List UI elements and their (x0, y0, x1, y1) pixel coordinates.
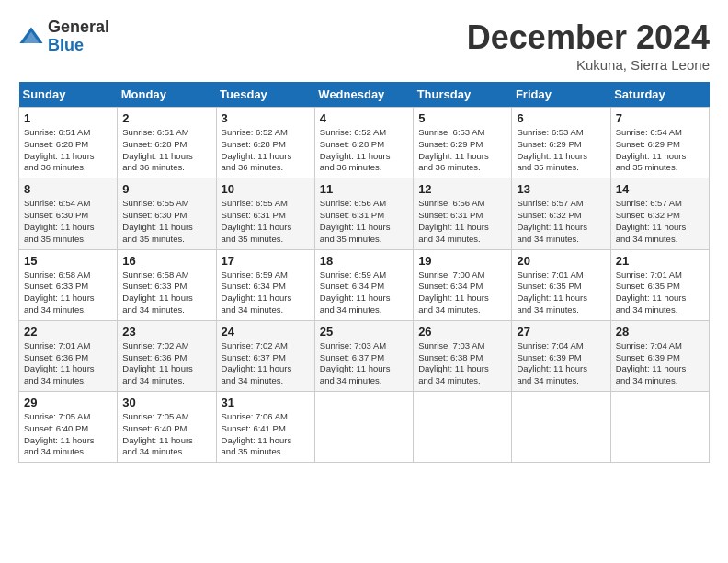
calendar-cell: 23Sunrise: 7:02 AMSunset: 6:36 PMDayligh… (118, 320, 216, 391)
day-detail: Sunrise: 6:54 AMSunset: 6:29 PMDaylight:… (616, 127, 704, 174)
day-number: 27 (517, 325, 605, 339)
day-number: 31 (222, 396, 310, 409)
day-detail: Sunrise: 6:57 AMSunset: 6:32 PMDaylight:… (616, 198, 704, 245)
day-number: 3 (222, 111, 310, 125)
calendar-cell: 31Sunrise: 7:06 AMSunset: 6:41 PMDayligh… (216, 392, 314, 463)
header-thursday: Thursday (414, 82, 512, 108)
calendar-cell: 9Sunrise: 6:55 AMSunset: 6:30 PMDaylight… (118, 178, 216, 249)
day-number: 9 (122, 182, 210, 196)
calendar-cell: 18Sunrise: 6:59 AMSunset: 6:34 PMDayligh… (314, 249, 413, 320)
day-number: 28 (616, 325, 704, 339)
day-number: 14 (616, 182, 704, 196)
calendar-cell: 13Sunrise: 6:57 AMSunset: 6:32 PMDayligh… (512, 178, 610, 249)
calendar-cell (512, 392, 610, 463)
calendar-cell: 25Sunrise: 7:03 AMSunset: 6:37 PMDayligh… (314, 320, 413, 391)
calendar-cell: 14Sunrise: 6:57 AMSunset: 6:32 PMDayligh… (610, 178, 709, 249)
day-detail: Sunrise: 7:03 AMSunset: 6:37 PMDaylight:… (320, 340, 408, 387)
day-detail: Sunrise: 7:02 AMSunset: 6:37 PMDaylight:… (222, 340, 310, 387)
title-block: December 2024 Kukuna, Sierra Leone (467, 18, 710, 73)
calendar-cell (314, 392, 413, 463)
location: Kukuna, Sierra Leone (467, 57, 710, 73)
logo-icon (18, 24, 44, 50)
calendar-cell: 5Sunrise: 6:53 AMSunset: 6:29 PMDaylight… (414, 108, 512, 178)
calendar-header-row: SundayMondayTuesdayWednesdayThursdayFrid… (19, 82, 710, 108)
calendar-cell (414, 392, 512, 463)
day-detail: Sunrise: 6:52 AMSunset: 6:28 PMDaylight:… (222, 127, 310, 174)
header-monday: Monday (118, 82, 216, 108)
day-number: 2 (122, 111, 210, 125)
calendar-week-1: 1Sunrise: 6:51 AMSunset: 6:28 PMDaylight… (19, 108, 710, 178)
day-detail: Sunrise: 6:51 AMSunset: 6:28 PMDaylight:… (122, 127, 210, 174)
day-number: 18 (320, 254, 408, 268)
day-detail: Sunrise: 6:56 AMSunset: 6:31 PMDaylight:… (320, 198, 408, 245)
day-number: 11 (320, 182, 408, 196)
day-number: 5 (418, 111, 506, 125)
header-sunday: Sunday (19, 82, 118, 108)
calendar-cell: 2Sunrise: 6:51 AMSunset: 6:28 PMDaylight… (118, 108, 216, 178)
calendar-table: SundayMondayTuesdayWednesdayThursdayFrid… (18, 82, 710, 463)
day-detail: Sunrise: 7:00 AMSunset: 6:34 PMDaylight:… (418, 270, 506, 316)
calendar-cell: 1Sunrise: 6:51 AMSunset: 6:28 PMDaylight… (19, 108, 118, 178)
calendar-cell: 28Sunrise: 7:04 AMSunset: 6:39 PMDayligh… (610, 320, 709, 391)
calendar-week-3: 15Sunrise: 6:58 AMSunset: 6:33 PMDayligh… (19, 249, 710, 320)
day-detail: Sunrise: 7:03 AMSunset: 6:38 PMDaylight:… (418, 340, 506, 387)
calendar-cell: 29Sunrise: 7:05 AMSunset: 6:40 PMDayligh… (19, 392, 118, 463)
logo-blue: Blue (48, 37, 109, 55)
calendar-cell: 21Sunrise: 7:01 AMSunset: 6:35 PMDayligh… (610, 249, 709, 320)
day-number: 26 (418, 325, 506, 339)
day-detail: Sunrise: 6:56 AMSunset: 6:31 PMDaylight:… (418, 198, 506, 245)
day-detail: Sunrise: 6:51 AMSunset: 6:28 PMDaylight:… (24, 127, 112, 174)
day-number: 7 (616, 111, 704, 125)
day-detail: Sunrise: 7:04 AMSunset: 6:39 PMDaylight:… (616, 340, 704, 387)
calendar-cell: 19Sunrise: 7:00 AMSunset: 6:34 PMDayligh… (414, 249, 512, 320)
day-number: 12 (418, 182, 506, 196)
calendar-week-2: 8Sunrise: 6:54 AMSunset: 6:30 PMDaylight… (19, 178, 710, 249)
header-friday: Friday (512, 82, 610, 108)
month-title: December 2024 (467, 18, 710, 57)
day-detail: Sunrise: 6:54 AMSunset: 6:30 PMDaylight:… (24, 198, 112, 245)
day-number: 4 (320, 111, 408, 125)
day-detail: Sunrise: 7:01 AMSunset: 6:36 PMDaylight:… (24, 340, 112, 387)
calendar-week-5: 29Sunrise: 7:05 AMSunset: 6:40 PMDayligh… (19, 392, 710, 463)
header-tuesday: Tuesday (216, 82, 314, 108)
day-detail: Sunrise: 6:52 AMSunset: 6:28 PMDaylight:… (320, 127, 408, 174)
calendar-cell: 20Sunrise: 7:01 AMSunset: 6:35 PMDayligh… (512, 249, 610, 320)
calendar-cell: 30Sunrise: 7:05 AMSunset: 6:40 PMDayligh… (118, 392, 216, 463)
day-detail: Sunrise: 6:58 AMSunset: 6:33 PMDaylight:… (24, 270, 112, 316)
calendar-cell: 3Sunrise: 6:52 AMSunset: 6:28 PMDaylight… (216, 108, 314, 178)
calendar-cell: 27Sunrise: 7:04 AMSunset: 6:39 PMDayligh… (512, 320, 610, 391)
day-detail: Sunrise: 6:55 AMSunset: 6:31 PMDaylight:… (222, 198, 310, 245)
day-detail: Sunrise: 6:58 AMSunset: 6:33 PMDaylight:… (122, 270, 210, 316)
calendar-cell: 17Sunrise: 6:59 AMSunset: 6:34 PMDayligh… (216, 249, 314, 320)
day-number: 19 (418, 254, 506, 268)
calendar-cell: 16Sunrise: 6:58 AMSunset: 6:33 PMDayligh… (118, 249, 216, 320)
page-header: General Blue December 2024 Kukuna, Sierr… (18, 18, 710, 73)
day-number: 13 (517, 182, 605, 196)
day-number: 20 (517, 254, 605, 268)
calendar-cell: 26Sunrise: 7:03 AMSunset: 6:38 PMDayligh… (414, 320, 512, 391)
calendar-cell: 6Sunrise: 6:53 AMSunset: 6:29 PMDaylight… (512, 108, 610, 178)
calendar-cell: 24Sunrise: 7:02 AMSunset: 6:37 PMDayligh… (216, 320, 314, 391)
day-number: 1 (24, 111, 112, 125)
day-number: 25 (320, 325, 408, 339)
day-detail: Sunrise: 6:53 AMSunset: 6:29 PMDaylight:… (418, 127, 506, 174)
calendar-cell: 7Sunrise: 6:54 AMSunset: 6:29 PMDaylight… (610, 108, 709, 178)
calendar-cell: 11Sunrise: 6:56 AMSunset: 6:31 PMDayligh… (314, 178, 413, 249)
day-number: 23 (122, 325, 210, 339)
day-number: 22 (24, 325, 112, 339)
calendar-cell (610, 392, 709, 463)
day-detail: Sunrise: 7:06 AMSunset: 6:41 PMDaylight:… (222, 411, 310, 458)
calendar-cell: 8Sunrise: 6:54 AMSunset: 6:30 PMDaylight… (19, 178, 118, 249)
day-number: 8 (24, 182, 112, 196)
day-number: 10 (222, 182, 310, 196)
header-saturday: Saturday (610, 82, 709, 108)
day-detail: Sunrise: 7:01 AMSunset: 6:35 PMDaylight:… (616, 270, 704, 316)
day-number: 16 (122, 254, 210, 268)
logo-general: General (48, 18, 109, 37)
calendar-cell: 15Sunrise: 6:58 AMSunset: 6:33 PMDayligh… (19, 249, 118, 320)
day-number: 17 (222, 254, 310, 268)
day-detail: Sunrise: 6:53 AMSunset: 6:29 PMDaylight:… (517, 127, 605, 174)
day-number: 30 (122, 396, 210, 409)
calendar-week-4: 22Sunrise: 7:01 AMSunset: 6:36 PMDayligh… (19, 320, 710, 391)
day-detail: Sunrise: 6:59 AMSunset: 6:34 PMDaylight:… (222, 270, 310, 316)
